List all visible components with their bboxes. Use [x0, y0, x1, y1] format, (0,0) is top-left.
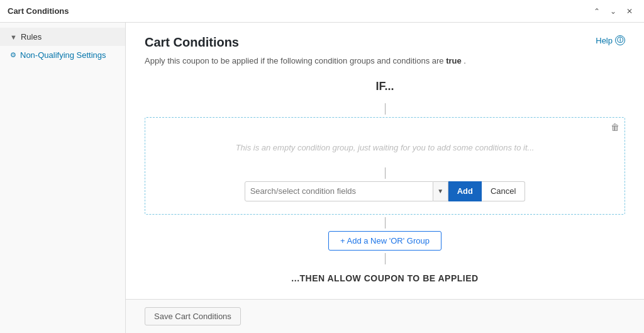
cancel-condition-button[interactable]: Cancel [482, 181, 525, 201]
help-label: Help [596, 36, 613, 45]
connector-top [145, 103, 625, 115]
description-highlight: true [446, 56, 462, 65]
help-link[interactable]: Help ⓘ [596, 35, 625, 45]
connector-below-group [145, 217, 625, 229]
chevron-down-icon[interactable]: ⌄ [606, 4, 620, 18]
funnel-icon: ▼ [10, 33, 17, 41]
then-label: ...THEN ALLOW COUPON TO BE APPLIED [145, 267, 625, 296]
page-title: Cart Conditions [145, 35, 239, 50]
delete-group-icon[interactable]: 🗑 [611, 123, 619, 132]
sidebar-item-rules[interactable]: ▼ Rules [0, 28, 125, 46]
content-area: Cart Conditions Help ⓘ Apply this coupon… [126, 23, 644, 299]
condition-search-input[interactable] [245, 181, 433, 201]
description-post: . [464, 56, 466, 65]
chevron-up-icon[interactable]: ⌃ [590, 4, 604, 18]
save-button[interactable]: Save Cart Conditions [145, 307, 241, 325]
title-bar: Cart Conditions ⌃ ⌄ ✕ [0, 0, 644, 23]
sidebar: ▼ Rules ⚙ Non-Qualifying Settings [0, 23, 126, 333]
sidebar-label-non-qualifying: Non-Qualifying Settings [20, 50, 106, 60]
sidebar-item-non-qualifying[interactable]: ⚙ Non-Qualifying Settings [0, 46, 125, 64]
connector-inner [158, 167, 612, 179]
condition-group: 🗑 This is an empty condition group, just… [145, 117, 625, 215]
add-or-group-button[interactable]: + Add a New 'OR' Group [328, 231, 441, 251]
add-group-row: + Add a New 'OR' Group [145, 231, 625, 251]
main-layout: ▼ Rules ⚙ Non-Qualifying Settings Cart C… [0, 23, 644, 333]
close-icon[interactable]: ✕ [623, 4, 636, 18]
gear-icon: ⚙ [10, 51, 16, 59]
search-add-row: ▼ Add Cancel [158, 181, 612, 201]
description-pre: Apply this coupon to be applied if the f… [145, 56, 444, 65]
connector-above-then [145, 253, 625, 264]
if-label: IF... [145, 80, 625, 93]
add-condition-button[interactable]: Add [448, 181, 482, 201]
sidebar-label-rules: Rules [21, 32, 42, 42]
dropdown-arrow-icon[interactable]: ▼ [433, 181, 448, 201]
content-header: Cart Conditions Help ⓘ [145, 35, 625, 50]
empty-group-text: This is an empty condition group, just w… [158, 130, 612, 165]
save-area: Save Cart Conditions [126, 299, 644, 333]
window-title: Cart Conditions [8, 6, 69, 16]
description: Apply this coupon to be applied if the f… [145, 55, 625, 67]
help-icon: ⓘ [615, 35, 625, 45]
window-controls: ⌃ ⌄ ✕ [590, 4, 636, 18]
